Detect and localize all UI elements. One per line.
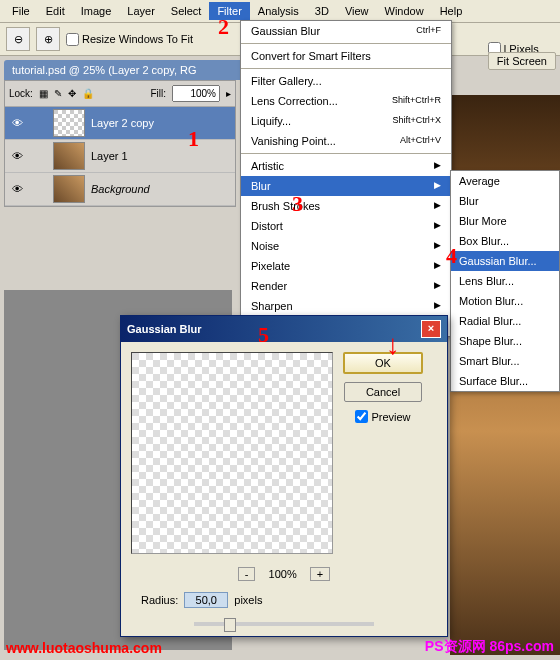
ok-button[interactable]: OK <box>343 352 423 374</box>
radius-input[interactable] <box>184 592 228 608</box>
submenu-item[interactable]: Radial Blur... <box>451 311 559 331</box>
menu-window[interactable]: Window <box>377 2 432 20</box>
menu-item[interactable]: Liquify...Shift+Ctrl+X <box>241 111 451 131</box>
layer-thumb[interactable] <box>53 175 85 203</box>
watermark-left: www.luotaoshuma.com <box>6 640 162 656</box>
layer-name: Layer 2 copy <box>91 117 154 129</box>
submenu-item[interactable]: Blur More <box>451 211 559 231</box>
menu-select[interactable]: Select <box>163 2 210 20</box>
cancel-button[interactable]: Cancel <box>344 382 422 402</box>
menu-3d[interactable]: 3D <box>307 2 337 20</box>
zoom-out-icon[interactable]: ⊖ <box>6 27 30 51</box>
zoom-plus-button[interactable]: + <box>310 567 330 581</box>
zoom-in-icon[interactable]: ⊕ <box>36 27 60 51</box>
resize-windows-checkbox[interactable]: Resize Windows To Fit <box>66 33 193 46</box>
submenu-item[interactable]: Shape Blur... <box>451 331 559 351</box>
submenu-item[interactable]: Smart Blur... <box>451 351 559 371</box>
submenu-item[interactable]: Blur <box>451 191 559 211</box>
radius-label: Radius: <box>141 594 178 606</box>
layers-panel: Lock: ▦ ✎ ✥ 🔒 Fill: ▸ 👁Layer 2 copy👁Laye… <box>4 80 236 207</box>
submenu-item[interactable]: Box Blur... <box>451 231 559 251</box>
blur-submenu: AverageBlurBlur MoreBox Blur...Gaussian … <box>450 170 560 392</box>
fit-screen-button[interactable]: Fit Screen <box>488 52 556 70</box>
fill-input[interactable] <box>172 85 220 102</box>
watermark-right: PS资源网 86ps.com <box>425 638 554 656</box>
preview-area[interactable] <box>131 352 333 554</box>
lock-label: Lock: <box>9 88 33 99</box>
menu-item[interactable]: Vanishing Point...Alt+Ctrl+V <box>241 131 451 151</box>
visibility-icon[interactable]: 👁 <box>7 183 27 195</box>
layer-thumb[interactable] <box>53 109 85 137</box>
submenu-item[interactable]: Surface Blur... <box>451 371 559 391</box>
visibility-icon[interactable]: 👁 <box>7 117 27 129</box>
menu-item[interactable]: Render▶ <box>241 276 451 296</box>
layer-row[interactable]: 👁Background <box>5 173 235 206</box>
menu-item[interactable]: Distort▶ <box>241 216 451 236</box>
layer-thumb[interactable] <box>53 142 85 170</box>
menu-edit[interactable]: Edit <box>38 2 73 20</box>
menu-layer[interactable]: Layer <box>119 2 163 20</box>
zoom-minus-button[interactable]: - <box>238 567 256 581</box>
menu-item[interactable]: Lens Correction...Shift+Ctrl+R <box>241 91 451 111</box>
dialog-titlebar[interactable]: Gaussian Blur × <box>121 316 447 342</box>
menu-item[interactable]: Sharpen▶ <box>241 296 451 316</box>
submenu-item[interactable]: Lens Blur... <box>451 271 559 291</box>
layer-row[interactable]: 👁Layer 2 copy <box>5 107 235 140</box>
menu-item[interactable]: Filter Gallery... <box>241 71 451 91</box>
submenu-item[interactable]: Gaussian Blur... <box>451 251 559 271</box>
visibility-icon[interactable]: 👁 <box>7 150 27 162</box>
layer-name: Background <box>91 183 150 195</box>
lock-trans-icon[interactable]: ▦ <box>39 88 48 99</box>
resize-label: Resize Windows To Fit <box>82 33 193 45</box>
lock-all-icon[interactable]: 🔒 <box>82 88 94 99</box>
preview-checkbox[interactable]: Preview <box>355 410 410 423</box>
menu-item[interactable]: Gaussian BlurCtrl+F <box>241 21 451 41</box>
menu-item[interactable]: Pixelate▶ <box>241 256 451 276</box>
filter-menu: Gaussian BlurCtrl+FConvert for Smart Fil… <box>240 20 452 337</box>
dialog-title: Gaussian Blur <box>127 323 202 335</box>
menu-file[interactable]: File <box>4 2 38 20</box>
menu-help[interactable]: Help <box>432 2 471 20</box>
layer-name: Layer 1 <box>91 150 128 162</box>
radius-slider[interactable] <box>194 622 374 626</box>
menu-view[interactable]: View <box>337 2 377 20</box>
chevron-down-icon[interactable]: ▸ <box>226 88 231 99</box>
lock-pos-icon[interactable]: ✥ <box>68 88 76 99</box>
menu-item[interactable]: Blur▶ <box>241 176 451 196</box>
document-tab[interactable]: tutorial.psd @ 25% (Layer 2 copy, RG <box>4 60 250 80</box>
menu-filter[interactable]: Filter <box>209 2 249 20</box>
radius-unit: pixels <box>234 594 262 606</box>
menu-item[interactable]: Brush Strokes▶ <box>241 196 451 216</box>
gaussian-blur-dialog: Gaussian Blur × OK Cancel Preview - 100%… <box>120 315 448 637</box>
menu-item[interactable]: Noise▶ <box>241 236 451 256</box>
fill-label: Fill: <box>150 88 166 99</box>
menu-item[interactable]: Artistic▶ <box>241 156 451 176</box>
menu-item[interactable]: Convert for Smart Filters <box>241 46 451 66</box>
menu-analysis[interactable]: Analysis <box>250 2 307 20</box>
menu-image[interactable]: Image <box>73 2 120 20</box>
submenu-item[interactable]: Motion Blur... <box>451 291 559 311</box>
submenu-item[interactable]: Average <box>451 171 559 191</box>
layer-row[interactable]: 👁Layer 1 <box>5 140 235 173</box>
close-icon[interactable]: × <box>421 320 441 338</box>
zoom-value: 100% <box>269 568 297 580</box>
lock-pixels-icon[interactable]: ✎ <box>54 88 62 99</box>
